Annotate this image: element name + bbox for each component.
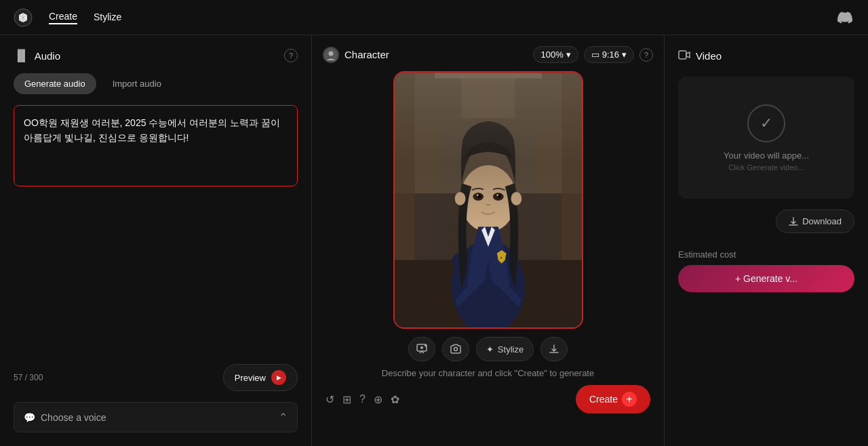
aspect-ratio-control[interactable]: ▭ 9:16 ▾ xyxy=(584,46,634,63)
zoom-control[interactable]: 100% ▾ xyxy=(533,46,578,63)
character-title-group: Character xyxy=(323,47,389,63)
video-icon xyxy=(678,49,690,63)
preview-label: Preview xyxy=(235,373,266,383)
voice-selector[interactable]: 💬 Choose a voice ⌃ xyxy=(14,402,298,432)
checkmark-circle: ✓ xyxy=(747,104,785,142)
grid-icon[interactable]: ⊞ xyxy=(342,393,351,406)
voice-icon: 💬 xyxy=(24,412,35,423)
audio-mode-buttons: Generate audio Import audio xyxy=(14,73,298,94)
character-action-bar: ✦ Stylize xyxy=(408,337,568,361)
video-panel-header: Video xyxy=(678,49,854,63)
describe-text: Describe your character and click "Creat… xyxy=(382,368,594,378)
download-button[interactable]: Download xyxy=(776,209,854,233)
voice-chevron-icon: ⌃ xyxy=(279,411,288,424)
nav-create[interactable]: Create xyxy=(49,11,77,24)
flower-icon[interactable]: ✿ xyxy=(391,393,399,406)
app-logo[interactable] xyxy=(14,8,33,27)
download-label: Download xyxy=(802,216,842,226)
estimated-cost-label: Estimated cost xyxy=(678,249,854,260)
audio-counter-row: 57 / 300 Preview ▶ xyxy=(14,364,298,391)
import-audio-button[interactable]: Import audio xyxy=(102,73,172,94)
video-panel: Video ✓ Your video will appe... Click Ge… xyxy=(665,35,868,446)
nav-stylize[interactable]: Stylize xyxy=(94,12,121,24)
video-appear-text: Your video will appe... xyxy=(713,150,820,161)
audio-char-counter: 57 / 300 xyxy=(14,373,43,382)
audio-help-icon[interactable]: ? xyxy=(284,49,298,62)
main-content: ▐▌ Audio ? Generate audio Import audio O… xyxy=(0,35,868,446)
aspect-ratio-icon: ▭ xyxy=(591,49,599,60)
video-preview-area: ✓ Your video will appe... Click Generate… xyxy=(678,77,854,199)
svg-point-26 xyxy=(454,348,457,351)
preview-button[interactable]: Preview ▶ xyxy=(223,364,298,391)
top-nav: Create Stylize xyxy=(0,0,868,35)
aspect-ratio-value: 9:16 xyxy=(602,49,619,60)
character-avatar xyxy=(323,47,339,63)
generate-audio-button[interactable]: Generate audio xyxy=(14,73,96,94)
create-plus-icon: + xyxy=(622,392,637,407)
svg-text:✦: ✦ xyxy=(499,256,502,260)
create-label: Create xyxy=(589,394,618,405)
video-title-label: Video xyxy=(696,50,722,62)
generate-video-button[interactable]: + Generate v... xyxy=(678,265,854,292)
stylize-label: Stylize xyxy=(498,344,524,354)
stylize-star-icon: ✦ xyxy=(486,344,494,354)
character-panel: Character 100% ▾ ▭ 9:16 ▾ ? xyxy=(312,35,665,446)
create-button[interactable]: Create + xyxy=(576,385,650,413)
add-icon[interactable]: ⊕ xyxy=(374,393,382,406)
audio-text-area[interactable]: OO학원 재원생 여러분, 2025 수능에서 여러분의 노력과 꿈이 아름답게… xyxy=(14,105,298,186)
character-panel-header: Character 100% ▾ ▭ 9:16 ▾ ? xyxy=(323,46,653,63)
audio-text-content: OO학원 재원생 여러분, 2025 수능에서 여러분의 노력과 꿈이 아름답게… xyxy=(24,115,288,146)
audio-icon: ▐▌ xyxy=(14,49,29,62)
character-camera-button[interactable] xyxy=(442,337,469,361)
zoom-value: 100% xyxy=(540,49,563,60)
character-header-controls: 100% ▾ ▭ 9:16 ▾ ? xyxy=(533,46,653,63)
aspect-chevron-icon: ▾ xyxy=(622,49,627,60)
audio-title-label: Audio xyxy=(35,50,60,62)
zoom-chevron-icon: ▾ xyxy=(566,49,571,60)
svg-rect-27 xyxy=(679,51,686,59)
video-sub-text: Click Generate video... xyxy=(717,163,814,171)
character-stylize-button[interactable]: ✦ Stylize xyxy=(476,337,534,361)
audio-panel-title: ▐▌ Audio xyxy=(14,49,60,62)
character-title-label: Character xyxy=(344,49,389,60)
character-add-button[interactable] xyxy=(408,337,435,361)
svg-point-2 xyxy=(329,51,334,56)
voice-selector-label-group: 💬 Choose a voice xyxy=(24,412,106,423)
svg-point-25 xyxy=(420,346,423,349)
download-icon xyxy=(789,217,798,226)
preview-play-icon: ▶ xyxy=(271,370,286,385)
bottom-toolbar: ↺ ⊞ ? ⊕ ✿ Create + xyxy=(323,385,653,413)
audio-panel-header: ▐▌ Audio ? xyxy=(14,49,298,62)
audio-panel: ▐▌ Audio ? Generate audio Import audio O… xyxy=(0,35,312,446)
hallway-background xyxy=(395,73,582,226)
refresh-icon[interactable]: ↺ xyxy=(326,393,334,406)
bottom-toolbar-left: ↺ ⊞ ? ⊕ ✿ xyxy=(326,393,399,406)
character-help-icon[interactable]: ? xyxy=(639,48,653,62)
character-preview[interactable]: ✦ xyxy=(393,71,583,329)
discord-icon[interactable] xyxy=(835,8,854,27)
character-image-background: ✦ xyxy=(395,73,582,327)
generate-video-label: + Generate v... xyxy=(735,273,797,284)
video-panel-title: Video xyxy=(678,49,722,63)
question-icon[interactable]: ? xyxy=(359,393,366,405)
checkmark-icon: ✓ xyxy=(760,115,772,132)
choose-voice-label: Choose a voice xyxy=(41,412,106,423)
character-download-button[interactable] xyxy=(540,337,568,361)
